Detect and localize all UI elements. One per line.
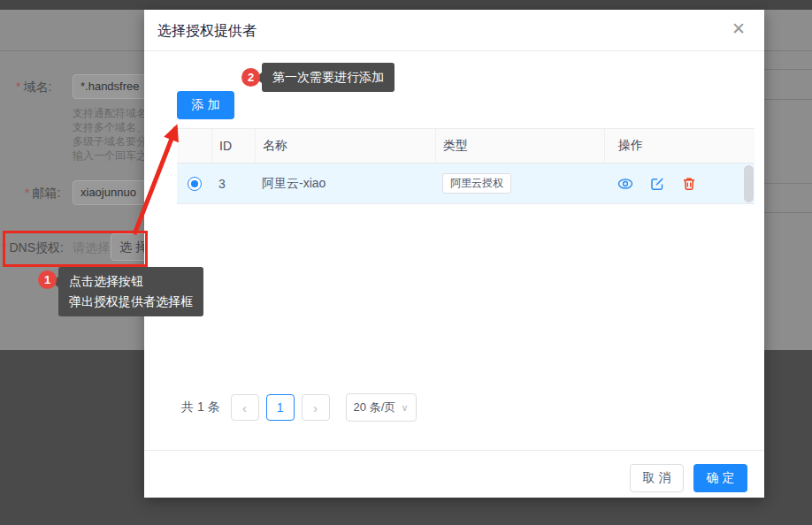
required-mark: * [25,186,29,200]
header-action: 操作 [604,129,741,163]
next-page-button[interactable]: › [302,394,330,421]
page-size-select[interactable]: 20 条/页 ∨ [346,393,417,422]
close-icon[interactable]: ✕ [732,20,746,37]
page-size-value: 20 条/页 [354,399,396,415]
pagination: 共 1 条 ‹ 1 › 20 条/页 ∨ [181,393,417,422]
domain-input[interactable]: *.handsfree [73,74,148,99]
header-name: 名称 [255,129,435,163]
provider-table: ID 名称 类型 操作 3 阿里云-xiao 阿里云授权 [177,128,755,204]
row-type-cell: 阿里云授权 [435,164,604,203]
chevron-left-icon: ‹ [242,400,247,415]
bg-divider [764,69,812,70]
prev-page-button[interactable]: ‹ [231,394,259,421]
email-label: *邮箱: [25,186,60,202]
step-1-badge: 1 [38,270,57,289]
dialog-header: 选择授权提供者 ✕ [144,10,764,51]
domain-label: *域名: [16,80,51,95]
step-2-badge: 2 [241,68,260,87]
delete-icon[interactable] [681,176,697,192]
edit-icon[interactable] [649,176,665,192]
step-1-tooltip: 点击选择按钮 弹出授权提供者选择框 [58,267,203,316]
required-mark: * [16,80,20,94]
type-tag: 阿里云授权 [442,173,511,193]
confirm-button[interactable]: 确 定 [693,464,747,492]
table-header-row: ID 名称 类型 操作 [177,128,755,164]
cancel-button[interactable]: 取 消 [630,464,684,492]
view-icon[interactable] [617,176,633,192]
header-id: ID [211,129,255,163]
header-type: 类型 [435,129,604,163]
bg-divider [764,99,812,100]
page-number-button[interactable]: 1 [266,394,295,421]
bg-divider [764,212,812,213]
chevron-down-icon: ∨ [402,402,409,414]
chevron-right-icon: › [313,400,318,415]
dialog-title: 选择授权提供者 [157,22,257,41]
table-scrollbar-thumb[interactable] [744,165,754,202]
table-row[interactable]: 3 阿里云-xiao 阿里云授权 [177,164,755,204]
annotation-arrow [119,106,199,247]
row-action-cell [604,164,741,203]
bg-divider [764,183,812,184]
bg-page-topbar [0,0,812,10]
select-provider-dialog: 选择授权提供者 ✕ 添 加 ID 名称 类型 操作 3 阿里云-xiao 阿里云… [144,10,764,498]
pagination-total: 共 1 条 [181,399,220,415]
row-id-cell: 3 [211,164,255,203]
row-name-cell: 阿里云-xiao [255,164,435,203]
dialog-footer: 取 消 确 定 [144,450,764,498]
screen: *域名: *.handsfree 支持通配符域名 支持多个域名、 多级子域名要分… [0,0,812,525]
step-2-tooltip: 第一次需要进行添加 [262,63,395,92]
